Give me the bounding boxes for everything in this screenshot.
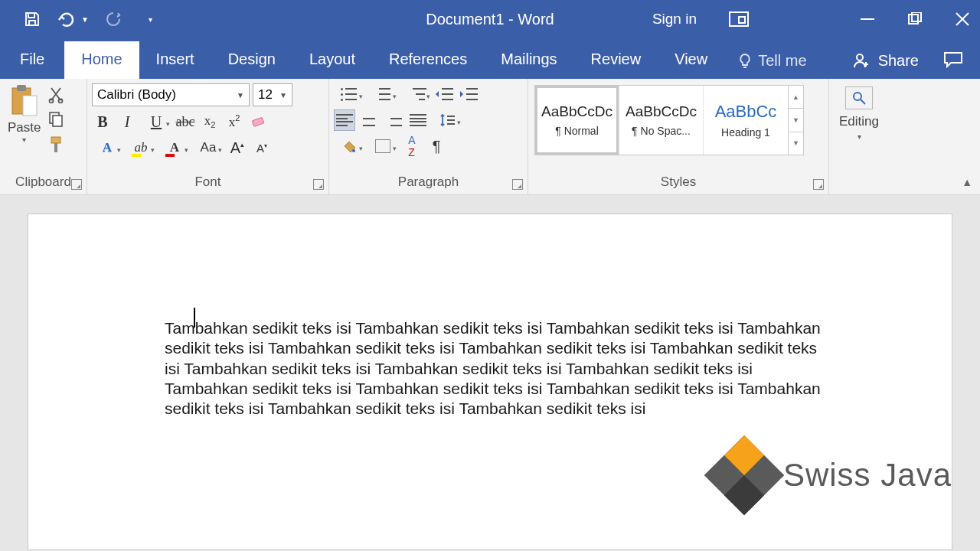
decrease-indent-button[interactable] <box>435 83 456 105</box>
tab-review[interactable]: Review <box>574 41 658 79</box>
change-case-button[interactable]: Aa <box>193 137 224 158</box>
bullets-button[interactable] <box>334 83 364 105</box>
qat-customize-dropdown[interactable]: ▾ <box>149 15 152 24</box>
text-effects-button[interactable]: A <box>92 137 122 158</box>
tab-layout[interactable]: Layout <box>292 41 372 79</box>
body-text[interactable]: Tambahkan sedikit teks isi Tambahkan sed… <box>165 318 823 419</box>
styles-scroll-up[interactable]: ▲ <box>789 86 803 109</box>
sign-in-button[interactable]: Sign in <box>652 11 697 28</box>
highlight-button[interactable]: ab <box>126 137 156 158</box>
shrink-font-icon: A▾ <box>256 142 267 155</box>
save-button[interactable] <box>21 8 43 30</box>
svg-line-23 <box>861 99 865 104</box>
font-size-combo[interactable]: 12▼ <box>253 83 292 106</box>
svg-rect-16 <box>54 143 57 152</box>
copy-button[interactable] <box>48 111 64 128</box>
cut-button[interactable] <box>48 86 64 103</box>
pilcrow-icon: ¶ <box>433 138 441 155</box>
line-spacing-icon <box>439 113 455 127</box>
shrink-font-button[interactable]: A▾ <box>251 137 273 158</box>
styles-gallery: AaBbCcDc ¶ Normal AaBbCcDc ¶ No Spac... … <box>534 85 804 155</box>
group-label-font: Font <box>87 171 328 194</box>
font-launcher[interactable] <box>313 179 324 190</box>
undo-dropdown[interactable]: ▼ <box>81 15 89 24</box>
tab-design[interactable]: Design <box>211 41 292 79</box>
editing-dropdown[interactable]: ▾ <box>858 132 861 141</box>
svg-point-12 <box>59 99 63 103</box>
show-marks-button[interactable]: ¶ <box>426 135 447 157</box>
tab-view[interactable]: View <box>658 41 724 79</box>
lightbulb-icon <box>738 53 752 70</box>
document-title: Document1 - Word <box>426 11 554 28</box>
svg-rect-14 <box>53 116 62 126</box>
styles-expand[interactable]: ▼ <box>789 132 803 155</box>
maximize-button[interactable] <box>908 12 922 26</box>
borders-button[interactable] <box>368 135 398 157</box>
numbering-icon <box>374 87 391 101</box>
paste-button[interactable]: Paste ▾ <box>5 83 44 144</box>
font-name-combo[interactable]: Calibri (Body)▼ <box>92 83 250 106</box>
strikethrough-button[interactable]: abc <box>175 111 196 132</box>
superscript-button[interactable]: x2 <box>224 111 245 132</box>
font-color-button[interactable]: A <box>159 137 190 158</box>
increase-indent-button[interactable] <box>459 83 481 105</box>
justify-icon <box>410 114 426 126</box>
group-clipboard: Paste ▾ Clipboard <box>0 79 87 194</box>
undo-button[interactable] <box>57 8 78 30</box>
outdent-icon <box>437 87 454 101</box>
styles-scroll-down[interactable]: ▼ <box>789 109 803 132</box>
collapse-ribbon-button[interactable]: ▲ <box>962 176 972 188</box>
underline-button[interactable]: U <box>141 111 172 132</box>
align-right-button[interactable] <box>383 109 404 131</box>
tell-me-search[interactable]: Tell me <box>724 43 820 79</box>
style-heading1[interactable]: AaBbCc Heading 1 <box>704 86 788 155</box>
document-page[interactable]: Tambahkan sedikit teks isi Tambahkan sed… <box>28 214 952 550</box>
style-normal[interactable]: AaBbCcDc ¶ Normal <box>535 86 619 155</box>
minimize-button[interactable] <box>861 12 874 26</box>
paragraph-launcher[interactable] <box>512 179 523 190</box>
multilevel-list-button[interactable] <box>401 83 432 105</box>
italic-icon: I <box>125 113 130 131</box>
sort-button[interactable]: AZ <box>401 135 423 157</box>
highlight-icon: ab <box>135 140 148 155</box>
line-spacing-button[interactable] <box>432 109 462 131</box>
display-options-button[interactable] <box>729 11 749 27</box>
find-button[interactable] <box>845 86 873 109</box>
group-label-paragraph: Paragraph <box>329 171 528 194</box>
svg-rect-17 <box>252 117 264 126</box>
borders-icon <box>375 139 390 153</box>
comments-button[interactable] <box>933 42 980 79</box>
tab-home[interactable]: Home <box>64 41 139 79</box>
share-button[interactable]: Share <box>838 42 933 79</box>
tab-insert[interactable]: Insert <box>139 41 211 79</box>
close-button[interactable] <box>956 12 969 26</box>
subscript-button[interactable]: x2 <box>199 111 220 132</box>
watermark: Swiss Java <box>716 447 952 504</box>
svg-rect-4 <box>912 12 921 21</box>
style-no-spacing[interactable]: AaBbCcDc ¶ No Spac... <box>619 86 704 155</box>
justify-button[interactable] <box>407 109 429 131</box>
tab-mailings[interactable]: Mailings <box>484 41 573 79</box>
grow-font-button[interactable]: A▴ <box>227 137 248 158</box>
styles-launcher[interactable] <box>813 179 824 190</box>
clear-formatting-button[interactable] <box>248 111 270 132</box>
bold-button[interactable]: B <box>92 111 113 132</box>
watermark-logo-icon <box>704 435 785 516</box>
eraser-icon <box>250 113 268 130</box>
watermark-text: Swiss Java <box>783 457 952 494</box>
grow-font-icon: A▴ <box>230 139 244 157</box>
italic-button[interactable]: I <box>116 111 138 132</box>
align-center-button[interactable] <box>358 109 380 131</box>
tab-references[interactable]: References <box>372 41 484 79</box>
tab-file[interactable]: File <box>0 41 64 79</box>
clipboard-launcher[interactable] <box>71 179 82 190</box>
numbering-button[interactable] <box>368 83 398 105</box>
shading-button[interactable] <box>334 135 364 157</box>
svg-rect-15 <box>51 137 60 143</box>
redo-button[interactable] <box>103 8 124 30</box>
align-left-button[interactable] <box>334 109 355 131</box>
align-left-icon <box>336 114 353 126</box>
bullets-icon <box>341 87 358 101</box>
superscript-icon: x2 <box>229 113 240 130</box>
format-painter-button[interactable] <box>48 135 64 154</box>
